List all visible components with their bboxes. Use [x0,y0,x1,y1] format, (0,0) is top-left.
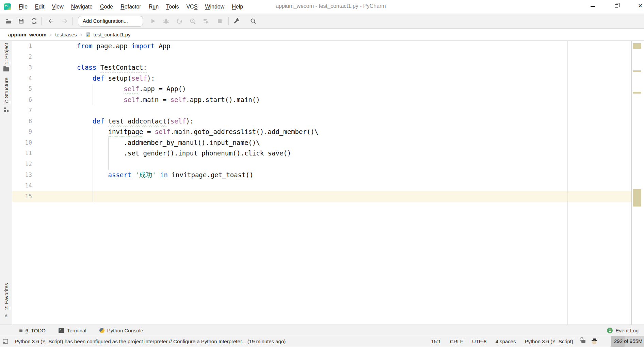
menu-run[interactable]: Run [145,4,162,10]
main-toolbar: Add Configuration... [0,14,644,29]
interpreter-selector[interactable]: Python 3.6 (Y_Script) [525,338,573,344]
code-text: from page.app import App [77,41,171,52]
folder-icon [3,67,9,71]
sidebar-item-project[interactable]: 1: Project [0,43,12,71]
line-number[interactable]: 2 [14,52,32,63]
line-number[interactable]: 15 [14,191,32,202]
code-text: self.app = App() [77,84,186,95]
tab-todo[interactable]: ≡ 6: TODO [19,328,46,333]
menu-tools[interactable]: Tools [162,4,182,10]
sync-icon[interactable] [31,18,37,24]
run-icon[interactable] [150,18,157,24]
line-number[interactable]: 13 [14,170,32,181]
python-console-icon [99,328,104,333]
line-number[interactable]: 3 [14,62,32,73]
line-number[interactable]: 4 [14,73,32,84]
line-number[interactable]: 10 [14,137,32,148]
pycharm-logo-icon: PC [4,3,11,10]
line-number[interactable]: 6 [14,95,32,105]
breadcrumb-folder[interactable]: testcases [55,32,77,37]
menu-file[interactable]: File [15,4,31,10]
code-lines: 1from page.app import App23class TestCon… [12,41,631,202]
sidebar-item-favorites[interactable]: 2: Favorites ★ [0,283,12,318]
indent-setting[interactable]: 4 spaces [495,338,516,344]
line-ending[interactable]: CRLF [450,338,463,344]
code-text: assert '成功' in invitpage.get_toast() [77,170,254,181]
profiler-icon[interactable] [189,18,196,24]
line-number[interactable]: 12 [14,159,32,170]
search-icon[interactable] [250,18,257,24]
title-bar: PC FileEditViewNavigateCodeRefactorRunTo… [0,0,644,14]
breadcrumb-file[interactable]: test_contact1.py [93,32,130,37]
back-icon[interactable] [48,18,54,24]
code-line-15: 15 [12,191,631,202]
toolbar-separator [72,17,73,25]
run-coverage-icon[interactable] [176,18,183,24]
file-encoding[interactable]: UTF-8 [472,338,487,344]
hector-inspector-icon[interactable] [592,338,597,344]
window-title: appium_wecom - test_contact1.py - PyChar… [276,3,386,9]
breadcrumb: appium_wecom › testcases › test_contact1… [0,29,644,41]
code-line-7: 7 [12,105,631,116]
tab-terminal[interactable]: Terminal [59,328,86,333]
todo-list-icon: ≡ [19,328,23,333]
debug-icon[interactable] [163,18,170,24]
memory-indicator[interactable]: 292 of 955M [611,336,644,347]
readonly-lock-icon[interactable] [581,340,585,343]
line-number[interactable]: 8 [14,116,32,127]
toolwindow-toggle-icon[interactable] [3,339,8,344]
forward-icon[interactable] [61,18,68,24]
menu-help[interactable]: Help [228,4,247,10]
scrollbar-warning-mark[interactable] [633,92,641,94]
wrench-icon[interactable] [234,18,240,24]
code-text: .set_gender().input_phonenum().click_sav… [77,148,291,159]
open-icon[interactable] [5,18,12,24]
code-text: invitpage = self.main.goto_addresslist()… [77,127,318,137]
run-with-icon[interactable] [203,18,209,24]
menu-view[interactable]: View [48,4,67,10]
menu-window[interactable]: Window [201,4,228,10]
line-number[interactable]: 1 [14,41,32,52]
line-number[interactable]: 5 [14,84,32,95]
code-line-13: 13 assert '成功' in invitpage.get_toast() [12,170,631,181]
code-line-9: 9 invitpage = self.main.goto_addresslist… [12,127,631,137]
code-text: class TestContact: [77,62,147,73]
menu-code[interactable]: Code [96,4,117,10]
minimize-button[interactable] [585,0,600,12]
chevron-right-icon: › [50,31,52,38]
code-line-2: 2 [12,52,631,63]
breadcrumb-project[interactable]: appium_wecom [8,32,47,37]
stop-icon[interactable] [216,18,223,24]
editor-scrollbar[interactable] [631,41,644,325]
menu-refactor[interactable]: Refactor [117,4,145,10]
menu-vcs[interactable]: VCS [182,4,201,10]
line-number[interactable]: 11 [14,148,32,159]
code-text: self.main = self.app.start().main() [77,95,260,105]
add-configuration-button[interactable]: Add Configuration... [78,16,143,27]
toolbar-separator [41,17,42,25]
star-icon: ★ [4,312,8,318]
code-text: .addmember_by_manul().input_name()\ [77,137,260,148]
line-number[interactable]: 7 [14,105,32,116]
code-editor[interactable]: 1from page.app import App23class TestCon… [12,41,631,325]
line-number[interactable]: 9 [14,127,32,137]
code-line-5: 5 self.app = App() [12,84,631,95]
restore-button[interactable] [609,0,624,12]
scrollbar-warning-mark[interactable] [633,70,641,72]
scrollbar-caret-mark[interactable] [633,189,641,206]
line-number[interactable]: 14 [14,180,32,191]
menu-navigate[interactable]: Navigate [67,4,96,10]
status-message[interactable]: Python 3.6 (Y_Script) has been configure… [15,338,286,344]
notification-badge: 1 [607,328,613,333]
sidebar-item-structure[interactable]: 7: Structure [0,78,12,112]
menu-edit[interactable]: Edit [31,4,48,10]
save-icon[interactable] [18,18,25,24]
close-button[interactable]: × [632,0,644,12]
code-line-6: 6 self.main = self.app.start().main() [12,95,631,105]
python-file-icon [85,32,91,37]
chevron-right-icon: › [80,31,82,38]
tab-python-console[interactable]: Python Console [99,328,143,333]
code-line-8: 8 def test_addcontact(self): [12,116,631,127]
event-log-button[interactable]: 1 Event Log [607,325,639,336]
caret-position[interactable]: 15:1 [431,338,441,344]
